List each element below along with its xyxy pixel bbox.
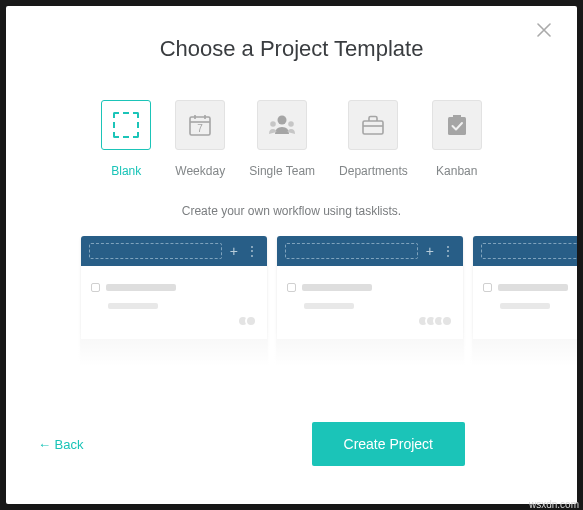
template-option-singleteam[interactable]: Single Team (249, 100, 315, 178)
more-icon: ⋮ (246, 244, 259, 258)
placeholder-line (302, 284, 372, 291)
template-box (257, 100, 307, 150)
plus-icon: + (426, 243, 434, 259)
calendar-7-icon: 7 (187, 112, 213, 138)
checkbox-icon (483, 283, 492, 292)
back-button[interactable]: ← Back (38, 437, 84, 452)
template-options: Blank 7 Weekday Single Team Departments … (6, 100, 577, 178)
template-preview: + ⋮ + ⋮ (6, 236, 577, 366)
watermark: wsxdn.com (529, 499, 579, 510)
svg-point-6 (270, 121, 276, 127)
template-option-weekday[interactable]: 7 Weekday (175, 100, 225, 178)
tasklist-title-placeholder (481, 243, 577, 259)
template-modal: Choose a Project Template Blank 7 Weekda… (6, 6, 577, 504)
placeholder-line (304, 303, 354, 309)
preview-card-header (473, 236, 577, 266)
preview-card-body (473, 266, 577, 339)
placeholder-line (500, 303, 550, 309)
template-option-kanban[interactable]: Kanban (432, 100, 482, 178)
avatar-group (91, 315, 257, 327)
placeholder-line (498, 284, 568, 291)
preview-card: + ⋮ (277, 236, 463, 366)
close-button[interactable] (537, 18, 561, 42)
modal-title: Choose a Project Template (6, 36, 577, 62)
preview-card-body (81, 266, 267, 339)
svg-text:7: 7 (197, 123, 203, 134)
svg-rect-10 (448, 117, 466, 135)
close-icon (537, 23, 551, 37)
template-option-blank[interactable]: Blank (101, 100, 151, 178)
team-icon (268, 112, 296, 138)
avatar-group (483, 315, 577, 327)
template-description: Create your own workflow using tasklists… (6, 204, 577, 218)
template-label: Kanban (436, 164, 477, 178)
modal-footer: ← Back Create Project (6, 422, 577, 504)
avatar (441, 315, 453, 327)
dashed-square-icon (113, 112, 139, 138)
briefcase-icon (360, 112, 386, 138)
template-box (101, 100, 151, 150)
placeholder-line (108, 303, 158, 309)
template-box (348, 100, 398, 150)
template-option-departments[interactable]: Departments (339, 100, 408, 178)
tasklist-title-placeholder (285, 243, 418, 259)
preview-card-header: + ⋮ (81, 236, 267, 266)
svg-rect-8 (363, 121, 383, 134)
tasklist-title-placeholder (89, 243, 222, 259)
avatar-group (287, 315, 453, 327)
checkboard-icon (445, 112, 469, 138)
template-label: Blank (111, 164, 141, 178)
preview-card-body (277, 266, 463, 339)
svg-point-7 (288, 121, 294, 127)
avatar (245, 315, 257, 327)
template-label: Departments (339, 164, 408, 178)
svg-point-5 (278, 116, 287, 125)
plus-icon: + (230, 243, 238, 259)
template-box: 7 (175, 100, 225, 150)
preview-card-header: + ⋮ (277, 236, 463, 266)
template-label: Weekday (175, 164, 225, 178)
checkbox-icon (287, 283, 296, 292)
preview-card: + ⋮ (81, 236, 267, 366)
create-project-button[interactable]: Create Project (312, 422, 465, 466)
checkbox-icon (91, 283, 100, 292)
template-box (432, 100, 482, 150)
preview-card (473, 236, 577, 366)
template-label: Single Team (249, 164, 315, 178)
more-icon: ⋮ (442, 244, 455, 258)
placeholder-line (106, 284, 176, 291)
